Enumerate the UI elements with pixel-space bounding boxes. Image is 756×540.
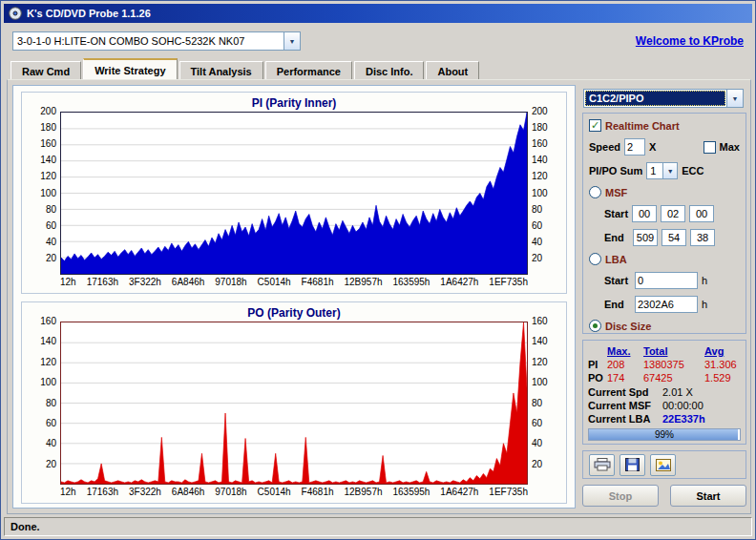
y-tick-label: 140 — [532, 337, 548, 346]
progress-bar: 99% — [588, 428, 741, 441]
progress-percent: 99% — [589, 429, 740, 440]
tab-page: PI (Parity Inner) 2040608010012014016018… — [7, 79, 751, 514]
realtime-chart-checkbox[interactable]: ✓ — [589, 119, 601, 132]
po-plot-area — [60, 322, 528, 485]
pi-plot-area — [60, 112, 528, 275]
tab-strip: Raw Cmd Write Strategy Tilt Analysis Per… — [10, 58, 481, 79]
status-bar: Done. — [4, 517, 752, 536]
action-buttons: Stop Start — [582, 485, 746, 507]
y-tick-label: 120 — [40, 172, 56, 181]
chart-image-icon — [656, 459, 671, 471]
speed-input[interactable] — [624, 138, 645, 156]
current-lba-label: Current LBA — [588, 412, 662, 426]
po-chart-title: PO (Parity Outer) — [26, 304, 562, 322]
msf-end-label: End — [604, 232, 629, 243]
y-tick-label: 160 — [40, 139, 56, 149]
speed-unit: X — [649, 141, 656, 153]
welcome-link[interactable]: Welcome to KProbe — [636, 34, 744, 48]
stats-header-max: Max. — [607, 344, 643, 358]
chevron-down-icon: ▼ — [732, 95, 739, 102]
y-tick-label: 160 — [532, 317, 548, 326]
x-tick-label: 1EF735h — [489, 487, 528, 499]
lba-end-label: End — [604, 299, 631, 310]
msf-end-sec-input[interactable] — [662, 229, 686, 246]
y-tick-label: 40 — [532, 439, 542, 448]
y-tick-label: 100 — [532, 378, 548, 387]
y-tick-label: 40 — [46, 238, 56, 247]
x-tick-label: 97018h — [215, 277, 246, 289]
mode-select-dropdown-button[interactable]: ▼ — [726, 90, 743, 107]
print-button[interactable] — [589, 454, 615, 476]
tab-tilt-analysis[interactable]: Tilt Analysis — [179, 61, 263, 80]
stats-pi-total: 1380375 — [643, 358, 704, 371]
x-tick-label: 3F322h — [129, 487, 161, 499]
lba-start-unit: h — [702, 275, 707, 286]
pi-y-axis-right: 20406080100120140160180200 — [530, 112, 562, 275]
y-tick-label: 140 — [40, 337, 56, 346]
stop-button[interactable]: Stop — [582, 485, 659, 507]
x-tick-label: C5014h — [258, 487, 291, 499]
lba-radio[interactable] — [589, 253, 601, 265]
y-tick-label: 180 — [532, 123, 548, 133]
pipo-sum-dropdown-button[interactable]: ▼ — [662, 163, 677, 178]
msf-end-min-input[interactable] — [633, 229, 658, 246]
current-values: Current Spd 2.01 X Current MSF 00:00:00 … — [588, 385, 741, 426]
tab-about[interactable]: About — [426, 61, 479, 80]
tab-performance[interactable]: Performance — [265, 61, 352, 80]
current-msf-value: 00:00:00 — [662, 399, 741, 412]
pi-chart-title: PI (Parity Inner) — [26, 94, 562, 112]
mode-select-value: C1C2/PIPO — [585, 91, 725, 106]
app-window: K's CD/DVD Probe 1.1.26 3-0-1-0 H:LITE-O… — [0, 0, 756, 540]
current-spd-label: Current Spd — [588, 385, 662, 399]
mode-select[interactable]: C1C2/PIPO ▼ — [583, 89, 744, 108]
tab-raw-cmd[interactable]: Raw Cmd — [10, 61, 81, 80]
stats-pi-avg: 31.306 — [704, 358, 746, 371]
chevron-down-icon: ▼ — [289, 38, 296, 45]
save-button[interactable] — [620, 454, 645, 476]
y-tick-label: 40 — [46, 439, 56, 448]
y-tick-label: 80 — [532, 399, 542, 408]
y-tick-label: 140 — [40, 156, 56, 165]
msf-label: MSF — [605, 187, 627, 198]
x-tick-label: 17163h — [87, 277, 118, 289]
lba-end-input[interactable] — [635, 296, 698, 313]
ecc-label: ECC — [682, 165, 704, 177]
current-msf-label: Current MSF — [588, 399, 662, 412]
lba-start-input[interactable] — [635, 272, 698, 289]
pipo-sum-select[interactable]: 1 ▼ — [646, 162, 678, 179]
save-chart-image-button[interactable] — [650, 454, 676, 476]
y-tick-label: 20 — [46, 254, 56, 263]
app-icon — [9, 7, 22, 20]
start-button[interactable]: Start — [670, 485, 746, 507]
x-tick-label: 1A6427h — [440, 277, 478, 289]
stats-po-avg: 1.529 — [704, 371, 746, 384]
stats-po-total: 67425 — [643, 371, 704, 384]
stats-po-max: 174 — [607, 371, 643, 384]
y-tick-label: 60 — [532, 419, 542, 428]
msf-end-frame-input[interactable] — [690, 229, 715, 246]
stats-header-total: Total — [643, 344, 704, 358]
status-text: Done. — [10, 521, 40, 532]
y-tick-label: 20 — [532, 254, 542, 263]
title-bar[interactable]: K's CD/DVD Probe 1.1.26 — [4, 4, 752, 23]
y-tick-label: 40 — [532, 238, 542, 247]
x-tick-label: 6A846h — [172, 487, 204, 499]
disc-size-radio[interactable] — [589, 320, 601, 332]
msf-start-frame-input[interactable] — [689, 205, 714, 222]
x-tick-label: 12B957h — [344, 487, 382, 499]
max-speed-checkbox[interactable] — [704, 141, 716, 154]
printer-icon — [594, 458, 611, 471]
y-tick-label: 120 — [532, 358, 548, 367]
current-lba-value: 22E337h — [662, 412, 741, 426]
msf-start-sec-input[interactable] — [661, 205, 685, 222]
tab-write-strategy[interactable]: Write Strategy — [83, 58, 177, 79]
tab-disc-info[interactable]: Disc Info. — [354, 61, 425, 80]
chevron-down-icon: ▼ — [667, 168, 674, 175]
x-tick-label: 12h — [60, 487, 76, 499]
drive-select-dropdown-button[interactable]: ▼ — [284, 32, 300, 50]
drive-select[interactable]: 3-0-1-0 H:LITE-ON COMBO SOHC-5232K NK07 … — [12, 31, 301, 51]
pi-x-axis: 12h17163h3F322h6A846h97018hC5014hF4681h1… — [60, 275, 528, 289]
y-tick-label: 180 — [40, 123, 56, 133]
msf-start-min-input[interactable] — [632, 205, 657, 222]
msf-radio[interactable] — [589, 186, 601, 198]
